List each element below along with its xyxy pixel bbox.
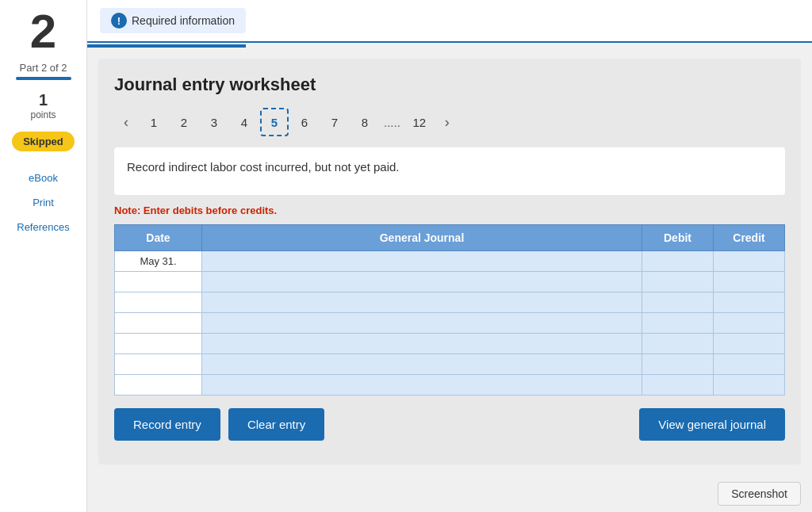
screenshot-area: Screenshot bbox=[87, 476, 812, 512]
page-1-button[interactable]: 1 bbox=[140, 108, 168, 136]
credit-input-6[interactable] bbox=[714, 354, 784, 374]
credit-cell-2[interactable] bbox=[714, 272, 785, 292]
debit-input-1[interactable] bbox=[642, 251, 713, 271]
credit-input-5[interactable] bbox=[714, 334, 784, 353]
debit-input-3[interactable] bbox=[642, 292, 713, 312]
buttons-row: Record entry Clear entry View general jo… bbox=[114, 408, 785, 441]
note-label: Note: bbox=[114, 204, 140, 216]
credit-cell-1[interactable] bbox=[714, 251, 785, 272]
journal-cell-6[interactable] bbox=[202, 354, 642, 375]
print-button[interactable]: Print bbox=[12, 192, 75, 213]
col-credit: Credit bbox=[714, 225, 785, 251]
info-icon: ! bbox=[111, 13, 127, 29]
date-cell-2 bbox=[115, 272, 202, 292]
points-value: 1 bbox=[39, 91, 48, 109]
main-content: ! Required information Journal entry wor… bbox=[87, 0, 812, 512]
ebook-button[interactable]: eBook bbox=[12, 167, 75, 189]
journal-table: Date General Journal Debit Credit May 31… bbox=[114, 224, 785, 395]
table-row bbox=[115, 334, 785, 354]
instruction-box: Record indirect labor cost incurred, but… bbox=[114, 147, 785, 195]
table-row bbox=[115, 313, 785, 334]
debit-cell-6[interactable] bbox=[642, 354, 714, 375]
debit-cell-2[interactable] bbox=[642, 272, 714, 292]
screenshot-button[interactable]: Screenshot bbox=[718, 482, 801, 506]
debit-cell-3[interactable] bbox=[642, 292, 714, 313]
debit-input-5[interactable] bbox=[642, 334, 713, 353]
page-6-button[interactable]: 6 bbox=[290, 108, 319, 136]
page-2-button[interactable]: 2 bbox=[170, 108, 198, 136]
credit-cell-4[interactable] bbox=[714, 313, 785, 334]
page-8-button[interactable]: 8 bbox=[350, 108, 379, 136]
table-row bbox=[115, 354, 785, 375]
worksheet-title: Journal entry worksheet bbox=[114, 75, 785, 95]
record-entry-button[interactable]: Record entry bbox=[114, 408, 220, 441]
required-info-text: Required information bbox=[132, 14, 235, 27]
top-bar: ! Required information bbox=[87, 0, 812, 43]
page-3-button[interactable]: 3 bbox=[200, 108, 228, 136]
progress-bar-container bbox=[16, 77, 71, 80]
journal-cell-4[interactable] bbox=[202, 313, 642, 334]
skipped-badge: Skipped bbox=[12, 132, 75, 151]
table-row bbox=[115, 272, 785, 292]
clear-entry-button[interactable]: Clear entry bbox=[228, 408, 324, 441]
references-button[interactable]: References bbox=[12, 216, 75, 238]
debit-cell-1[interactable] bbox=[642, 251, 714, 272]
debit-input-6[interactable] bbox=[642, 354, 713, 374]
credit-input-3[interactable] bbox=[714, 292, 784, 312]
page-4-button[interactable]: 4 bbox=[230, 108, 259, 136]
journal-cell-1[interactable] bbox=[202, 251, 642, 272]
view-general-journal-button[interactable]: View general journal bbox=[639, 408, 785, 441]
page-7-button[interactable]: 7 bbox=[320, 108, 349, 136]
credit-input-7[interactable] bbox=[714, 375, 784, 395]
col-debit: Debit bbox=[642, 225, 714, 251]
table-row bbox=[115, 375, 785, 395]
journal-cell-2[interactable] bbox=[202, 272, 642, 292]
page-dots: ..... bbox=[381, 116, 404, 129]
pagination: ‹ 1 2 3 4 5 6 7 8 ..... 12 › bbox=[114, 108, 785, 136]
date-cell-5 bbox=[115, 334, 202, 354]
journal-input-7[interactable] bbox=[202, 375, 642, 395]
journal-input-4[interactable] bbox=[202, 313, 642, 333]
debit-cell-7[interactable] bbox=[642, 375, 714, 395]
credit-input-1[interactable] bbox=[714, 251, 784, 271]
date-cell-6 bbox=[115, 354, 202, 375]
sidebar-number: 2 bbox=[30, 8, 56, 55]
page-prev-button[interactable]: ‹ bbox=[114, 110, 138, 134]
journal-cell-5[interactable] bbox=[202, 334, 642, 354]
journal-cell-3[interactable] bbox=[202, 292, 642, 313]
instruction-text: Record indirect labor cost incurred, but… bbox=[127, 160, 400, 174]
sidebar: 2 Part 2 of 2 1 points Skipped eBook Pri… bbox=[0, 0, 87, 512]
journal-input-5[interactable] bbox=[202, 334, 642, 353]
page-next-button[interactable]: › bbox=[435, 110, 459, 134]
date-cell-4 bbox=[115, 313, 202, 334]
date-cell-3 bbox=[115, 292, 202, 313]
journal-input-6[interactable] bbox=[202, 354, 642, 374]
required-info-badge: ! Required information bbox=[100, 8, 246, 33]
debit-input-2[interactable] bbox=[642, 272, 713, 292]
journal-input-2[interactable] bbox=[202, 272, 642, 292]
col-date: Date bbox=[115, 225, 202, 251]
note-text: Note: Enter debits before credits. bbox=[114, 204, 785, 216]
page-12-button[interactable]: 12 bbox=[405, 108, 434, 136]
debit-cell-4[interactable] bbox=[642, 313, 714, 334]
credit-cell-3[interactable] bbox=[714, 292, 785, 313]
credit-input-4[interactable] bbox=[714, 313, 784, 333]
progress-bar bbox=[16, 77, 71, 80]
credit-cell-6[interactable] bbox=[714, 354, 785, 375]
worksheet-container: Journal entry worksheet ‹ 1 2 3 4 5 6 7 … bbox=[98, 59, 801, 464]
date-cell-1: May 31. bbox=[115, 251, 202, 272]
journal-input-3[interactable] bbox=[202, 292, 642, 312]
top-blue-bar bbox=[87, 44, 246, 48]
credit-cell-5[interactable] bbox=[714, 334, 785, 354]
debit-cell-5[interactable] bbox=[642, 334, 714, 354]
debit-input-4[interactable] bbox=[642, 313, 713, 333]
date-cell-7 bbox=[115, 375, 202, 395]
debit-input-7[interactable] bbox=[642, 375, 713, 395]
credit-input-2[interactable] bbox=[714, 272, 784, 292]
note-content: Enter debits before credits. bbox=[144, 204, 277, 216]
credit-cell-7[interactable] bbox=[714, 375, 785, 395]
table-row bbox=[115, 292, 785, 313]
journal-cell-7[interactable] bbox=[202, 375, 642, 395]
page-5-button[interactable]: 5 bbox=[260, 108, 289, 136]
journal-input-1[interactable] bbox=[202, 251, 642, 271]
